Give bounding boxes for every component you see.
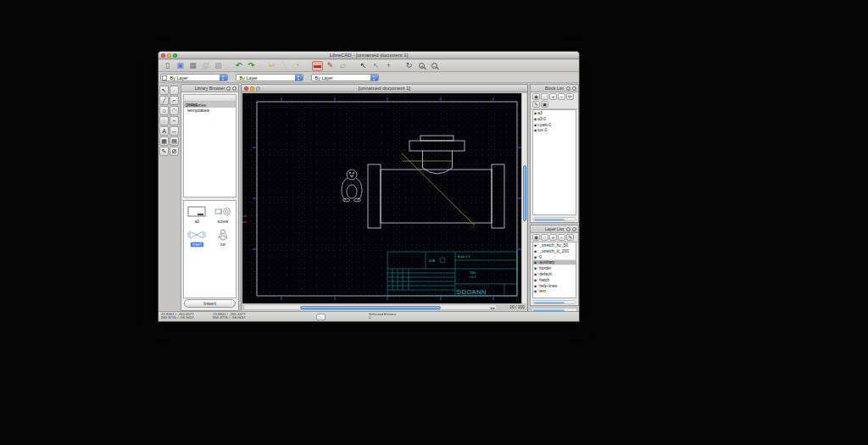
zoom-redraw-button[interactable]: ↻ [403, 61, 415, 71]
ellipse-tool[interactable]: ◌ [159, 116, 169, 125]
lock-icon[interactable]: ▪ [537, 283, 538, 288]
block-row[interactable]: ◉tux-0 [533, 128, 576, 133]
arc-tool[interactable]: ◠ [170, 106, 179, 115]
directory-item-templates[interactable]: templates [184, 108, 236, 114]
circle-tool[interactable]: ○ [159, 106, 169, 115]
text-tool[interactable]: A [159, 126, 169, 136]
horizontal-scrollbar[interactable]: ◂▸ [243, 304, 498, 310]
layer-list-header[interactable]: Layer List [531, 225, 578, 233]
lock-icon[interactable]: ▪ [537, 272, 538, 277]
hide-all-layers-button[interactable]: ◌ [541, 234, 548, 241]
notes-button[interactable]: ▱ [337, 61, 348, 71]
stepper-icon[interactable]: ▴▾ [295, 75, 303, 81]
eye-icon[interactable]: ◉ [534, 260, 537, 265]
lock-icon[interactable]: ▪ [537, 277, 538, 282]
scrollbar-arrows-icon[interactable]: ◂▸ [490, 305, 496, 310]
layer-row[interactable]: ◉▪border [533, 266, 576, 271]
lock-icon[interactable]: ▪ [537, 289, 538, 294]
select-button[interactable]: ↖ [358, 61, 369, 71]
edit-block-button[interactable]: ✎ [532, 101, 540, 108]
horizontal-scrollbar-thumb[interactable] [300, 306, 441, 310]
draw-line-button[interactable]: ╲ [279, 61, 290, 71]
panel-detach-button[interactable] [226, 86, 231, 91]
select-window-button[interactable]: ↖ [370, 61, 381, 71]
show-all-layers-button[interactable]: ◉ [532, 234, 540, 241]
eye-icon[interactable]: ◉ [534, 289, 537, 294]
back-button[interactable]: ↩ [266, 61, 277, 71]
print-preview-button[interactable]: ▧ [213, 61, 224, 71]
layer-row[interactable]: ◉▪help-lines [533, 283, 576, 288]
spline-tool[interactable]: ~ [170, 116, 179, 125]
print-button[interactable]: ▤ [200, 61, 211, 71]
eye-icon[interactable]: ◉ [534, 111, 537, 116]
panel-detach-button[interactable] [566, 86, 570, 91]
layer-row[interactable]: ◉▪_stretch_lc_200 [533, 248, 576, 253]
eye-icon[interactable]: ◉ [534, 248, 537, 253]
block-row[interactable]: ◉a3-0 [533, 116, 576, 121]
vertical-scrollbar-thumb[interactable] [523, 165, 527, 221]
pen-color-select[interactable]: By Layer ▴▾ [160, 74, 228, 81]
layer-row[interactable]: ◉▪_stretch_hu_50 [533, 243, 576, 248]
layer-row-selected[interactable]: ◉▪auxiliary [533, 260, 576, 265]
eye-icon[interactable]: ◉ [534, 128, 537, 133]
stepper-icon[interactable]: ▴▾ [220, 75, 227, 81]
eye-icon[interactable]: ◉ [534, 283, 537, 288]
layer-row[interactable]: ◉▪0 [533, 254, 576, 259]
vertical-scrollbar[interactable] [521, 93, 526, 303]
undo-button[interactable]: ↶ [233, 61, 244, 71]
hatch-tool[interactable]: ▦ [159, 136, 169, 146]
lock-icon[interactable]: ▪ [537, 266, 538, 271]
scrollbar-thumb[interactable] [534, 302, 565, 304]
eye-icon[interactable]: ◉ [534, 254, 537, 259]
grid-status-button[interactable]: ∙ [316, 314, 326, 320]
rename-block-button[interactable]: ✏ [566, 93, 574, 100]
hide-all-blocks-button[interactable]: ◌ [541, 93, 548, 100]
add-layer-button[interactable]: + [549, 234, 557, 241]
library-item-a3[interactable]: a3 [186, 205, 207, 225]
edit-pen-button[interactable]: ✎ [325, 61, 336, 71]
select-tool[interactable]: ↖ [159, 86, 169, 95]
pen-width-select[interactable]: By Layer ▴▾ [236, 74, 303, 81]
image-tool[interactable]: ▤ [170, 136, 179, 146]
show-all-blocks-button[interactable]: ◉ [532, 93, 540, 100]
modify-tool[interactable]: ✎ [159, 147, 169, 156]
eye-icon[interactable]: ◉ [534, 116, 537, 121]
zoom-in-button[interactable]: + [416, 61, 427, 71]
point-tool[interactable]: ∙ [170, 86, 179, 95]
lock-icon[interactable]: ▪ [537, 260, 538, 265]
library-item-insert[interactable]: insert [186, 228, 207, 248]
zoom-out-button[interactable]: − [429, 61, 440, 71]
block-list-scrollbar[interactable] [532, 217, 576, 221]
eye-icon[interactable]: ◉ [534, 272, 537, 277]
scrollbar-thumb[interactable] [534, 219, 565, 221]
block-list-header[interactable]: Block List [531, 85, 578, 92]
lock-icon[interactable]: ▪ [537, 248, 538, 253]
lock-icon[interactable]: ▪ [537, 254, 538, 259]
insert-block-button[interactable]: ▣ [541, 101, 548, 108]
layer-list-scrollbar[interactable] [532, 300, 576, 304]
open-file-button[interactable]: ▣ [175, 61, 186, 71]
polyline-tool[interactable]: ⌐ [170, 96, 179, 105]
panel-close-button[interactable] [232, 86, 236, 91]
add-block-button[interactable]: + [549, 93, 557, 100]
edit-layer-button[interactable]: ✎ [566, 234, 574, 241]
new-document-button[interactable]: ▯ [162, 61, 173, 71]
panel-close-button[interactable] [572, 86, 576, 91]
eye-icon[interactable]: ◉ [534, 243, 537, 248]
lock-icon[interactable]: ▪ [537, 243, 538, 248]
redo-button[interactable]: ↷ [246, 61, 257, 71]
layer-row[interactable]: ◉▪default [533, 272, 576, 277]
library-browser-header[interactable]: Library Browser [181, 85, 238, 92]
current-pen-button[interactable]: ▬ [312, 61, 323, 71]
save-button[interactable]: ▦ [187, 61, 198, 71]
library-item-tux[interactable]: tux [213, 228, 233, 248]
dimension-tool[interactable]: ↔ [170, 126, 179, 136]
panel-close-button[interactable] [572, 227, 576, 231]
draw-arc-button[interactable]: ◔ [292, 61, 303, 71]
window-titlebar[interactable]: LibreCAD - [unnamed document 1] [159, 52, 579, 59]
layer-row[interactable]: ◉▪text [533, 289, 576, 294]
pan-button[interactable]: + [383, 61, 394, 71]
remove-block-button[interactable]: − [558, 93, 565, 100]
drawing-window-titlebar[interactable]: [unnamed document 1] [242, 85, 527, 92]
line-tool[interactable]: ╱ [159, 96, 169, 105]
